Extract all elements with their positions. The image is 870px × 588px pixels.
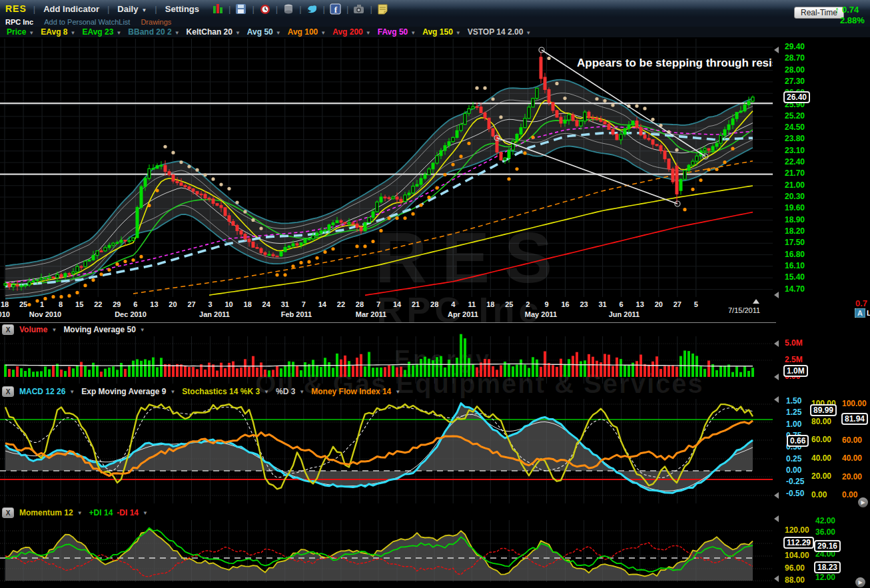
chevron-down-icon: ▼ — [71, 30, 76, 36]
axis-label: 23.10 — [785, 146, 805, 155]
indicator-chip[interactable]: Avg 50▼ — [247, 27, 281, 37]
axis-label: 12.00 — [815, 573, 835, 582]
panel-indicator-label[interactable]: Moving Average 50 — [63, 325, 135, 334]
twitter-icon[interactable] — [306, 3, 319, 15]
axis-label: 20.30 — [785, 192, 805, 201]
close-panel-button[interactable]: X — [2, 386, 14, 397]
axis-label: 5.0M — [785, 338, 803, 348]
drawings-link[interactable]: Drawings — [135, 18, 177, 26]
svg-text:27: 27 — [187, 300, 195, 308]
scroll-right-button[interactable]: ▶ — [858, 497, 868, 507]
svg-text:5: 5 — [694, 300, 698, 308]
panel-indicator-label[interactable]: +DI 14 — [89, 508, 113, 517]
close-panel-button[interactable]: X — [2, 324, 14, 335]
axis-label: 1.50 — [786, 396, 801, 406]
up-arrow-icon: ↑ — [835, 5, 839, 15]
close-panel-button[interactable]: X — [2, 507, 14, 518]
axis-label: 24.50 — [785, 123, 805, 132]
panel-indicator-label[interactable]: Momentum 12 — [19, 508, 73, 517]
add-watchlist-link[interactable]: Add to Personal WatchList — [39, 18, 135, 26]
axis-label: 18.20 — [785, 226, 805, 236]
scroll-up-icon[interactable] — [753, 299, 759, 304]
current-value-box: 18.23 — [814, 561, 841, 573]
axis-label: 14.70 — [785, 284, 805, 294]
axis-marker-icon — [774, 292, 779, 298]
current-value-box: 81.94 — [841, 413, 868, 425]
indicator-chip[interactable]: EAvg 23▼ — [82, 27, 121, 37]
panel-indicator-label[interactable]: %D 3 — [276, 387, 295, 396]
annotation-text: Appears to be stepping through resistanc… — [577, 57, 773, 69]
indicator-chip[interactable]: VSTOP 14 2.00▼ — [468, 27, 532, 37]
save-icon[interactable] — [234, 3, 248, 15]
current-value-box: 26.40 — [783, 91, 810, 103]
svg-text:22: 22 — [94, 300, 102, 308]
axis-label: 60.00 — [811, 435, 831, 444]
chevron-down-icon: ▼ — [366, 30, 371, 36]
svg-text:9: 9 — [544, 300, 548, 308]
panel-indicator-label[interactable]: -DI 14 — [117, 508, 139, 517]
snapshot-icon[interactable] — [352, 3, 366, 15]
svg-text:16: 16 — [561, 300, 569, 308]
axis-marker-icon — [774, 47, 779, 53]
indicator-chip[interactable]: FAvg 50▼ — [378, 27, 416, 37]
axis-label: 36.00 — [815, 527, 835, 537]
current-value-box: 89.99 — [810, 404, 837, 416]
panel-indicator-label[interactable]: Money Flow Index 14 — [311, 387, 391, 396]
panel-indicator-label[interactable]: Exp Moving Average 9 — [81, 387, 166, 396]
svg-text:Mar 2011: Mar 2011 — [356, 310, 386, 318]
svg-text:7: 7 — [302, 300, 306, 308]
svg-text:RES: RES — [375, 217, 567, 298]
indicator-chip[interactable]: EAvg 8▼ — [41, 27, 75, 37]
panel-indicator-label[interactable]: Stochastics 14 %K 3 — [182, 387, 260, 396]
indicator-chip[interactable]: Avg 200▼ — [332, 27, 371, 37]
svg-text:28: 28 — [430, 300, 438, 308]
alerts-icon[interactable] — [258, 3, 272, 15]
svg-text:20: 20 — [169, 300, 177, 308]
axis-label: 20.00 — [811, 471, 831, 481]
chevron-down-icon: ▼ — [410, 30, 416, 36]
axis-label: 16.10 — [785, 261, 805, 270]
symbol-label[interactable]: RES — [0, 3, 33, 14]
ticker-suffix: L — [867, 309, 870, 317]
svg-text:15: 15 — [75, 300, 83, 308]
axis-marker-icon — [774, 515, 779, 522]
chevron-down-icon: ▼ — [77, 510, 83, 516]
current-value-box: 1.0M — [783, 365, 808, 377]
current-value-box: 112.29 — [783, 537, 814, 549]
separator: | — [346, 4, 348, 14]
axis-label: 17.50 — [785, 238, 805, 247]
scroll-right-button[interactable]: ▶ — [855, 577, 865, 587]
indicator-chip[interactable]: Avg 150▼ — [422, 27, 461, 37]
indicator-chip[interactable]: Price▼ — [7, 27, 34, 37]
svg-text:25: 25 — [19, 300, 27, 308]
svg-text:4: 4 — [451, 300, 456, 308]
settings-button[interactable]: Settings — [157, 4, 207, 14]
database-icon[interactable] — [282, 3, 295, 15]
chart-type-icon[interactable] — [211, 3, 224, 15]
notes-icon[interactable] — [376, 3, 390, 15]
svg-text:1: 1 — [40, 300, 44, 308]
chart-canvas[interactable]: RESRPC IncEnergyOil & Gas Equipment & Se… — [0, 0, 773, 588]
axis-label: 21.00 — [785, 180, 805, 190]
panel-indicator-label[interactable]: Volume — [19, 325, 47, 334]
panel-indicator-label[interactable]: MACD 12 26 — [19, 387, 65, 396]
svg-text:23: 23 — [580, 300, 588, 308]
svg-text:Feb 2011: Feb 2011 — [281, 310, 312, 318]
axis-label: 19.60 — [785, 203, 805, 212]
indicator-chip[interactable]: KeltChan 20▼ — [187, 27, 240, 37]
axis-label: 96.00 — [785, 563, 805, 573]
menu-bar: RES | Add Indicator | Daily▼ | Settings … — [0, 0, 870, 17]
separator: | — [299, 4, 301, 14]
axis-label: -0.50 — [786, 489, 804, 498]
indicator-chip[interactable]: BBand 20 2▼ — [128, 27, 179, 37]
axis-label: 80.00 — [811, 417, 831, 426]
add-indicator-button[interactable]: Add Indicator — [35, 4, 107, 14]
change-value: 0.74 — [842, 5, 859, 15]
axis-label: 1.00 — [786, 420, 801, 429]
facebook-icon[interactable]: f — [329, 3, 342, 15]
chevron-down-icon: ▼ — [29, 30, 34, 36]
axis-label: 15.40 — [785, 272, 805, 282]
period-dropdown[interactable]: Daily▼ — [109, 4, 155, 14]
indicator-chip[interactable]: Avg 100▼ — [288, 27, 326, 37]
axis-label: 40.00 — [842, 453, 862, 463]
